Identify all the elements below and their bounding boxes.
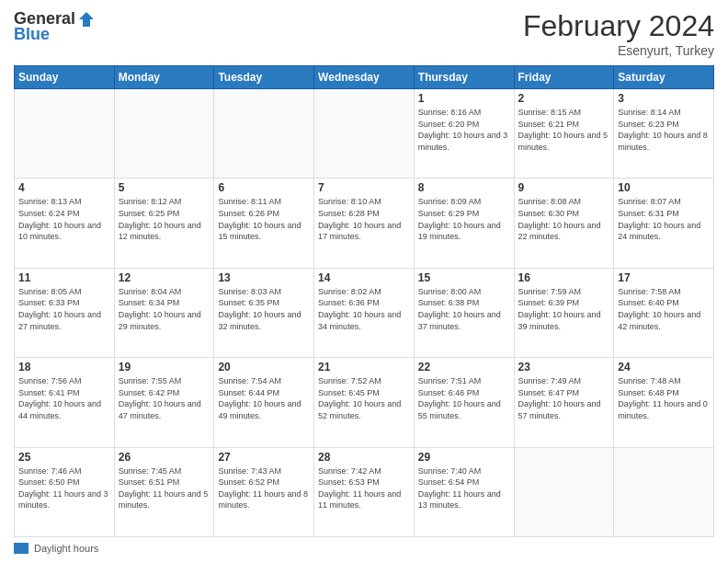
calendar-cell [314,89,415,178]
day-number: 23 [518,361,610,373]
footer: Daylight hours [14,543,714,554]
day-info: Sunrise: 7:59 AM Sunset: 6:39 PM Dayligh… [518,286,610,332]
calendar-row: 11Sunrise: 8:05 AM Sunset: 6:33 PM Dayli… [15,268,714,357]
header: General Blue February 2024 Esenyurt, Tur… [14,9,714,58]
day-info: Sunrise: 8:00 AM Sunset: 6:38 PM Dayligh… [418,286,510,332]
calendar-cell: 19Sunrise: 7:55 AM Sunset: 6:42 PM Dayli… [114,358,214,447]
day-number: 5 [119,181,210,194]
day-number: 24 [618,361,710,373]
day-info: Sunrise: 8:04 AM Sunset: 6:34 PM Dayligh… [119,286,210,332]
day-number: 27 [218,451,310,464]
calendar-cell [114,89,214,178]
day-number: 7 [318,181,410,194]
title-area: February 2024 Esenyurt, Turkey [523,9,714,58]
day-info: Sunrise: 7:54 AM Sunset: 6:44 PM Dayligh… [218,375,310,421]
day-number: 8 [418,181,510,194]
weekday-header: Sunday [15,66,115,89]
day-number: 19 [119,361,210,373]
day-number: 16 [518,271,610,284]
day-info: Sunrise: 7:42 AM Sunset: 6:53 PM Dayligh… [318,465,410,511]
calendar-row: 1Sunrise: 8:16 AM Sunset: 6:20 PM Daylig… [15,89,714,178]
day-info: Sunrise: 8:14 AM Sunset: 6:23 PM Dayligh… [618,107,710,153]
day-info: Sunrise: 7:56 AM Sunset: 6:41 PM Dayligh… [18,375,110,421]
day-info: Sunrise: 7:58 AM Sunset: 6:40 PM Dayligh… [618,286,710,332]
weekday-header: Monday [114,66,214,89]
day-info: Sunrise: 8:12 AM Sunset: 6:25 PM Dayligh… [119,196,210,242]
calendar-cell: 10Sunrise: 8:07 AM Sunset: 6:31 PM Dayli… [614,178,714,268]
legend-color-box [14,543,28,554]
day-number: 1 [418,92,510,105]
calendar-cell: 13Sunrise: 8:03 AM Sunset: 6:35 PM Dayli… [214,268,314,357]
day-info: Sunrise: 7:48 AM Sunset: 6:48 PM Dayligh… [618,375,710,421]
logo-icon [77,10,96,29]
weekday-header: Wednesday [314,66,415,89]
calendar-cell: 26Sunrise: 7:45 AM Sunset: 6:51 PM Dayli… [114,447,214,536]
calendar-cell: 5Sunrise: 8:12 AM Sunset: 6:25 PM Daylig… [114,178,214,268]
page: General Blue February 2024 Esenyurt, Tur… [0,0,728,563]
weekday-header: Tuesday [214,66,314,89]
calendar-cell: 8Sunrise: 8:09 AM Sunset: 6:29 PM Daylig… [414,178,514,268]
logo: General Blue [14,9,96,44]
calendar-cell: 22Sunrise: 7:51 AM Sunset: 6:46 PM Dayli… [414,358,514,447]
weekday-header: Saturday [614,66,714,89]
calendar-cell: 6Sunrise: 8:11 AM Sunset: 6:26 PM Daylig… [214,178,314,268]
calendar-cell: 18Sunrise: 7:56 AM Sunset: 6:41 PM Dayli… [15,358,115,447]
calendar-cell: 3Sunrise: 8:14 AM Sunset: 6:23 PM Daylig… [614,89,714,178]
calendar-cell: 1Sunrise: 8:16 AM Sunset: 6:20 PM Daylig… [414,89,514,178]
day-number: 25 [18,451,110,464]
day-number: 10 [618,181,710,194]
day-info: Sunrise: 8:11 AM Sunset: 6:26 PM Dayligh… [218,196,310,242]
day-info: Sunrise: 7:49 AM Sunset: 6:47 PM Dayligh… [518,375,610,421]
day-number: 3 [618,92,710,105]
day-number: 17 [618,271,710,284]
day-info: Sunrise: 8:16 AM Sunset: 6:20 PM Dayligh… [418,107,510,153]
day-info: Sunrise: 8:03 AM Sunset: 6:35 PM Dayligh… [218,286,310,332]
day-info: Sunrise: 8:09 AM Sunset: 6:29 PM Dayligh… [418,196,510,242]
day-info: Sunrise: 8:02 AM Sunset: 6:36 PM Dayligh… [318,286,410,332]
day-number: 2 [518,92,610,105]
calendar-cell: 7Sunrise: 8:10 AM Sunset: 6:28 PM Daylig… [314,178,415,268]
weekday-header-row: SundayMondayTuesdayWednesdayThursdayFrid… [15,66,714,89]
svg-marker-0 [79,12,94,27]
day-number: 4 [18,181,110,194]
day-number: 15 [418,271,510,284]
calendar-cell: 24Sunrise: 7:48 AM Sunset: 6:48 PM Dayli… [614,358,714,447]
day-number: 12 [119,271,210,284]
calendar-cell: 21Sunrise: 7:52 AM Sunset: 6:45 PM Dayli… [314,358,415,447]
day-info: Sunrise: 7:51 AM Sunset: 6:46 PM Dayligh… [418,375,510,421]
day-info: Sunrise: 7:43 AM Sunset: 6:52 PM Dayligh… [218,465,310,511]
legend-label: Daylight hours [34,543,98,554]
calendar-cell: 16Sunrise: 7:59 AM Sunset: 6:39 PM Dayli… [514,268,614,357]
logo-blue-text: Blue [14,25,50,44]
calendar-cell [514,447,614,536]
day-number: 28 [318,451,410,464]
calendar-cell: 20Sunrise: 7:54 AM Sunset: 6:44 PM Dayli… [214,358,314,447]
day-info: Sunrise: 8:15 AM Sunset: 6:21 PM Dayligh… [518,107,610,153]
day-info: Sunrise: 7:40 AM Sunset: 6:54 PM Dayligh… [418,465,510,511]
calendar-row: 4Sunrise: 8:13 AM Sunset: 6:24 PM Daylig… [15,178,714,268]
calendar-cell: 23Sunrise: 7:49 AM Sunset: 6:47 PM Dayli… [514,358,614,447]
calendar-cell: 9Sunrise: 8:08 AM Sunset: 6:30 PM Daylig… [514,178,614,268]
day-number: 11 [18,271,110,284]
calendar-cell [214,89,314,178]
day-info: Sunrise: 8:05 AM Sunset: 6:33 PM Dayligh… [18,286,110,332]
day-number: 26 [119,451,210,464]
calendar-cell: 14Sunrise: 8:02 AM Sunset: 6:36 PM Dayli… [314,268,415,357]
day-info: Sunrise: 8:07 AM Sunset: 6:31 PM Dayligh… [618,196,710,242]
calendar-cell: 2Sunrise: 8:15 AM Sunset: 6:21 PM Daylig… [514,89,614,178]
day-number: 13 [218,271,310,284]
day-number: 22 [418,361,510,373]
calendar-cell [614,447,714,536]
calendar-cell: 29Sunrise: 7:40 AM Sunset: 6:54 PM Dayli… [414,447,514,536]
calendar-row: 18Sunrise: 7:56 AM Sunset: 6:41 PM Dayli… [15,358,714,447]
day-info: Sunrise: 7:55 AM Sunset: 6:42 PM Dayligh… [119,375,210,421]
weekday-header: Thursday [414,66,514,89]
calendar-cell: 27Sunrise: 7:43 AM Sunset: 6:52 PM Dayli… [214,447,314,536]
day-info: Sunrise: 8:10 AM Sunset: 6:28 PM Dayligh… [318,196,410,242]
day-number: 29 [418,451,510,464]
calendar-row: 25Sunrise: 7:46 AM Sunset: 6:50 PM Dayli… [15,447,714,536]
calendar-table: SundayMondayTuesdayWednesdayThursdayFrid… [14,65,714,537]
calendar-cell: 28Sunrise: 7:42 AM Sunset: 6:53 PM Dayli… [314,447,415,536]
day-info: Sunrise: 8:13 AM Sunset: 6:24 PM Dayligh… [18,196,110,242]
day-info: Sunrise: 8:08 AM Sunset: 6:30 PM Dayligh… [518,196,610,242]
